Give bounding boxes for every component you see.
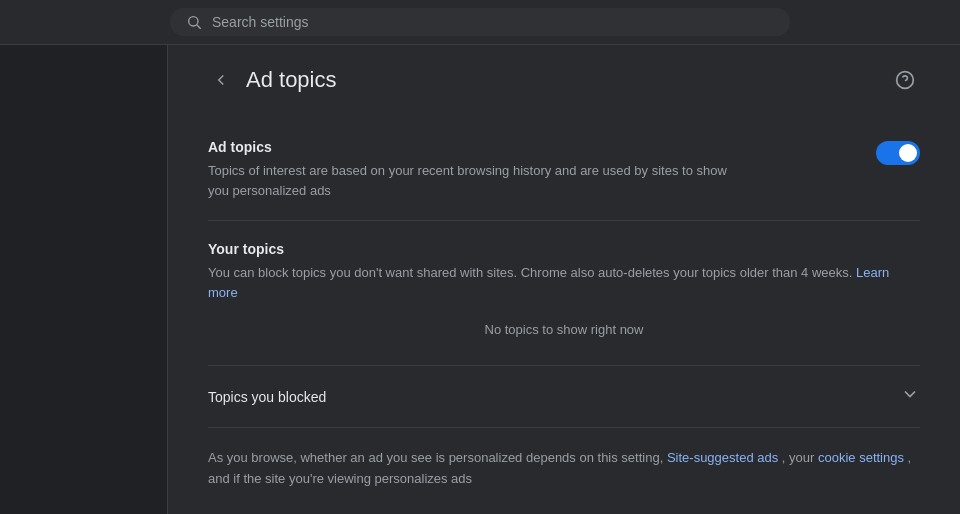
cookie-settings-link[interactable]: cookie settings — [818, 450, 904, 465]
page-header-left: Ad topics — [208, 67, 337, 93]
footer-note: As you browse, whether an ad you see is … — [208, 428, 920, 510]
chevron-down-icon — [900, 384, 920, 409]
blocked-section: Topics you blocked — [208, 366, 920, 428]
blocked-section-row[interactable]: Topics you blocked — [208, 384, 920, 409]
search-bar — [170, 8, 790, 36]
site-suggested-ads-link[interactable]: Site-suggested ads — [667, 450, 778, 465]
main-layout: Ad topics Ad topics Topics of interest a… — [0, 45, 960, 514]
ad-topics-section: Ad topics Topics of interest are based o… — [208, 119, 920, 221]
back-arrow-icon — [212, 71, 230, 89]
your-topics-desc-text: You can block topics you don't want shar… — [208, 265, 852, 280]
no-topics-text: No topics to show right now — [208, 302, 920, 345]
footer-text-1: As you browse, whether an ad you see is … — [208, 450, 663, 465]
page-header: Ad topics — [208, 65, 920, 95]
back-button[interactable] — [208, 67, 234, 93]
ad-topics-toggle[interactable] — [876, 141, 920, 165]
help-button[interactable] — [890, 65, 920, 95]
svg-line-1 — [197, 25, 201, 29]
content-area: Ad topics Ad topics Topics of interest a… — [168, 45, 960, 514]
page-title: Ad topics — [246, 67, 337, 93]
blocked-section-title: Topics you blocked — [208, 389, 326, 405]
your-topics-title: Your topics — [208, 241, 920, 257]
search-input[interactable] — [212, 14, 774, 30]
sidebar — [0, 45, 168, 514]
ad-topics-row: Ad topics Topics of interest are based o… — [208, 139, 920, 200]
help-icon — [895, 70, 915, 90]
search-bar-container — [0, 0, 960, 45]
footer-text-2: , your — [782, 450, 815, 465]
toggle-track — [876, 141, 920, 165]
svg-point-0 — [189, 17, 198, 26]
ad-topics-description: Topics of interest are based on your rec… — [208, 161, 728, 200]
your-topics-section: Your topics You can block topics you don… — [208, 221, 920, 366]
ad-topics-toggle-container — [876, 141, 920, 165]
your-topics-description: You can block topics you don't want shar… — [208, 263, 920, 302]
ad-topics-title: Ad topics — [208, 139, 728, 155]
toggle-thumb — [899, 144, 917, 162]
search-icon — [186, 14, 202, 30]
ad-topics-content: Ad topics Topics of interest are based o… — [208, 139, 728, 200]
